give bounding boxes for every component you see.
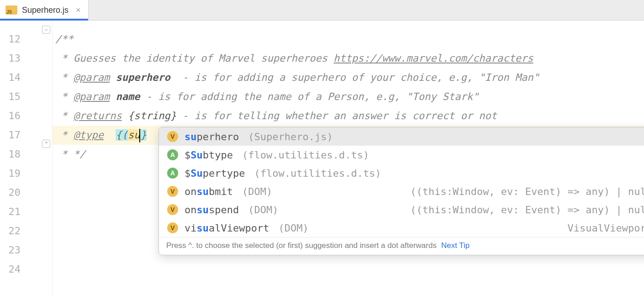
fold-open-icon[interactable]: − <box>42 26 50 34</box>
line-number: 18 <box>0 145 25 164</box>
js-file-icon <box>5 5 17 15</box>
next-tip-link[interactable]: Next Tip <box>441 241 470 250</box>
code-line: * Guesses the identity of Marvel superhe… <box>53 49 644 68</box>
code-area[interactable]: /** * Guesses the identity of Marvel sup… <box>53 21 644 295</box>
kind-variable-icon: V <box>167 204 178 215</box>
tab-bar: Superhero.js × <box>0 0 644 21</box>
editor: 12131415161718192021222324 − ⌃ /** * Gue… <box>0 21 644 295</box>
line-number: 20 <box>0 183 25 202</box>
code-line: * @param name - is for adding the name o… <box>53 87 644 106</box>
autocomplete-popup: Vsuperhero(Superhero.js)A$Subtype(flow.u… <box>158 127 644 255</box>
line-number: 24 <box>0 260 25 279</box>
suggestion-name: $Subtype <box>185 149 233 161</box>
suggestion-type: ((this:Window, ev: Event) => any) | null <box>410 186 644 197</box>
suggestion-name: $Supertype <box>185 168 245 179</box>
line-number: 12 <box>0 30 25 49</box>
kind-variable-icon: V <box>167 131 178 142</box>
file-tab[interactable]: Superhero.js × <box>0 0 89 20</box>
suggestion-source: (DOM) <box>242 186 272 197</box>
suggestion-name: onsubmit <box>185 186 233 197</box>
autocomplete-item[interactable]: VvisualViewport(DOM)VisualViewport <box>159 219 644 237</box>
line-number: 13 <box>0 49 25 68</box>
autocomplete-item[interactable]: Vonsubmit(DOM)((this:Window, ev: Event) … <box>159 182 644 200</box>
code-line: * @returns {string} - is for telling whe… <box>53 106 644 126</box>
line-number: 14 <box>0 68 25 87</box>
code-line: /** <box>53 30 644 49</box>
suggestion-type: VisualViewport <box>568 222 644 234</box>
line-number: 23 <box>0 241 25 260</box>
line-number: 16 <box>0 106 25 126</box>
suggestion-source: (DOM) <box>248 204 278 216</box>
suggestion-type: ((this:Window, ev: Event) => any) | null <box>410 204 644 216</box>
line-number: 22 <box>0 221 25 241</box>
close-icon[interactable]: × <box>76 5 81 15</box>
suggestion-source: (flow.utilities.d.ts) <box>242 149 369 161</box>
kind-variable-icon: V <box>167 222 178 233</box>
fold-gutter: − ⌃ <box>25 21 53 295</box>
suggestion-name: visualViewport <box>185 222 269 234</box>
line-number: 15 <box>0 87 25 106</box>
code-line <box>53 260 644 279</box>
fold-close-icon[interactable]: ⌃ <box>42 140 50 148</box>
kind-abstract-icon: A <box>167 149 178 160</box>
autocomplete-item[interactable]: Vonsuspend(DOM)((this:Window, ev: Event)… <box>159 200 644 219</box>
autocomplete-item[interactable]: A$Supertype(flow.utilities.d.ts) <box>159 164 644 182</box>
suggestion-source: (Superhero.js) <box>248 131 333 142</box>
suggestion-source: (DOM) <box>278 222 308 234</box>
suggestion-name: onsuspend <box>185 204 239 216</box>
line-number: 17 <box>0 126 25 145</box>
kind-variable-icon: V <box>167 186 178 197</box>
line-number-gutter: 12131415161718192021222324 <box>0 21 25 295</box>
line-number: 21 <box>0 202 25 221</box>
autocomplete-footer: Press ^. to choose the selected (or firs… <box>159 237 644 255</box>
tab-title: Superhero.js <box>22 5 69 15</box>
suggestion-name: superhero <box>185 131 239 142</box>
line-number: 19 <box>0 164 25 183</box>
code-line: * @param superhero - is for adding a sup… <box>53 68 644 87</box>
autocomplete-item[interactable]: A$Subtype(flow.utilities.d.ts) <box>159 146 644 164</box>
autocomplete-item[interactable]: Vsuperhero(Superhero.js) <box>159 127 644 146</box>
suggestion-source: (flow.utilities.d.ts) <box>254 168 381 179</box>
footer-hint: Press ^. to choose the selected (or firs… <box>166 241 437 250</box>
kind-abstract-icon: A <box>167 168 178 179</box>
